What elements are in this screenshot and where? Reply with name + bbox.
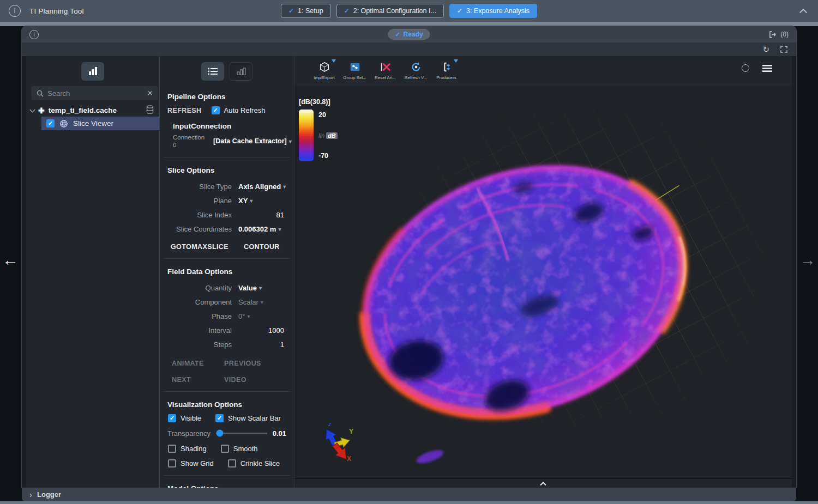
slider-thumb[interactable] [216, 430, 224, 437]
auto-refresh-label: Auto Refresh [224, 106, 266, 114]
slice-index-input[interactable]: 81 [238, 211, 286, 219]
show-scalar-bar-checkbox[interactable] [215, 414, 224, 422]
tab-properties-chart[interactable] [230, 62, 252, 81]
slice-type-select[interactable]: Axis Aligned [238, 183, 286, 191]
slice-viewer-visibility-checkbox[interactable] [46, 119, 55, 127]
tool-refresh-view[interactable]: Refresh V... [402, 60, 429, 80]
tool-import-export[interactable]: Imp/Export [311, 60, 338, 80]
export-icon [769, 31, 777, 38]
database-icon [146, 105, 154, 114]
animate-button[interactable]: ANIMATE [172, 360, 224, 367]
pipeline-tree: temp_ti_field.cache [26, 100, 159, 134]
dropdown-caret-icon [259, 285, 262, 291]
window-info-icon[interactable] [29, 30, 39, 39]
window-body: temp_ti_field.cache [22, 56, 796, 488]
viewer-window-subbar [22, 42, 796, 56]
refresh-circular-icon [410, 61, 422, 73]
show-grid-checkbox[interactable] [168, 459, 176, 467]
workflow-steps: 1: Setup 2: Optimal Configuration I... 3… [281, 4, 537, 18]
y-axis-label: Y [349, 428, 353, 435]
crinkle-slice-checkbox[interactable] [228, 459, 236, 467]
step-exposure-analysis[interactable]: 3: Exposure Analysis [449, 4, 537, 18]
logger-bar[interactable]: Logger [22, 488, 796, 501]
hamburger-menu-icon[interactable] [762, 65, 772, 72]
search-icon [37, 90, 44, 97]
next-page-arrow[interactable] [799, 252, 816, 268]
slice-render [294, 86, 792, 478]
clear-search-icon[interactable] [147, 89, 153, 97]
scalar-bar-max: 20 [318, 111, 338, 119]
shading-checkbox[interactable] [168, 445, 176, 453]
export-button[interactable]: (0) [769, 31, 789, 38]
video-button[interactable]: VIDEO [224, 376, 286, 384]
fullscreen-icon[interactable] [780, 46, 787, 53]
expand-bottom-panel-button[interactable] [294, 478, 792, 488]
expand-chevron-icon[interactable] [30, 107, 35, 112]
contour-button[interactable]: CONTOUR [244, 243, 280, 251]
tool-producers[interactable]: Producers [433, 60, 460, 80]
previous-button[interactable]: PREVIOUS [224, 360, 286, 367]
section-divider [164, 157, 290, 157]
render-viewport[interactable]: [dB(30.8)] 20 lin dB -70 [294, 86, 792, 478]
search-box[interactable] [32, 86, 158, 100]
scalar-bar-title: [dB(30.8)] [299, 98, 338, 106]
reset-x-icon [380, 61, 392, 73]
transparency-slider[interactable] [216, 433, 267, 434]
search-input[interactable] [47, 89, 143, 98]
show-grid-toggle[interactable]: Show Grid [168, 459, 214, 467]
tree-node-label: Slice Viewer [73, 119, 113, 127]
section-divider [164, 391, 290, 392]
app-info-icon[interactable] [9, 5, 21, 17]
producers-icon [441, 61, 453, 73]
scale-db-option[interactable]: dB [326, 132, 338, 139]
tree-node-slice-viewer[interactable]: Slice Viewer [41, 117, 159, 130]
tree-search-row [26, 86, 159, 100]
tree-node-cache[interactable]: temp_ti_field.cache [26, 104, 159, 117]
auto-refresh-checkbox[interactable] [212, 106, 220, 114]
steps-input[interactable]: 1 [238, 341, 286, 349]
chevron-right-icon [29, 490, 32, 499]
scale-lin-option[interactable]: lin [318, 132, 324, 139]
transparency-label: Transparency [167, 429, 210, 438]
tool-group-select[interactable]: Group Sel... [341, 60, 368, 80]
previous-page-arrow[interactable] [2, 252, 19, 268]
interval-input[interactable]: 1000 [238, 326, 286, 335]
section-slice-options: Slice Options [167, 166, 286, 174]
next-button[interactable]: NEXT [172, 376, 224, 384]
gotomaxslice-button[interactable]: GOTOMAXSLICE [171, 243, 228, 251]
slice-coordinates-select[interactable]: 0.006302 m [238, 225, 286, 233]
group-select-icon [349, 61, 361, 73]
dropdown-triangle-icon [332, 59, 336, 63]
cube-icon [318, 61, 330, 73]
show-scalar-bar-toggle[interactable]: Show Scalar Bar [215, 414, 281, 422]
visible-toggle[interactable]: Visible [168, 414, 201, 422]
step-optimal-configuration[interactable]: 2: Optimal Configuration I... [336, 4, 444, 18]
slice-index-label: Slice Index [167, 211, 232, 219]
chevron-up-icon [799, 9, 807, 16]
smooth-checkbox[interactable] [221, 445, 229, 453]
connection-select[interactable]: [Data Cache Extractor] [213, 137, 292, 145]
tab-pipeline-browser[interactable] [81, 62, 104, 81]
collapse-topbar-button[interactable] [797, 6, 809, 16]
visible-checkbox[interactable] [168, 414, 176, 422]
orientation-marker-toggle-icon[interactable] [742, 64, 749, 72]
options-scroll-area[interactable]: Pipeline Options REFRESH Auto Refresh In… [160, 86, 294, 488]
refresh-icon[interactable] [762, 45, 769, 53]
smooth-toggle[interactable]: Smooth [221, 445, 258, 453]
tool-reset-analysis[interactable]: Reset An... [372, 60, 399, 80]
scale-toggle[interactable]: lin dB [318, 132, 338, 139]
page-bottom-strip [0, 501, 818, 504]
auto-refresh-toggle[interactable]: Auto Refresh [212, 106, 266, 114]
crinkle-slice-toggle[interactable]: Crinkle Slice [228, 459, 280, 467]
colormap-gradient [299, 110, 314, 161]
refresh-button[interactable]: REFRESH [167, 107, 202, 114]
add-node-icon [38, 107, 45, 114]
dropdown-caret-icon [247, 313, 250, 319]
plane-select[interactable]: XY [238, 197, 286, 205]
tab-properties-list[interactable] [201, 62, 224, 81]
page-background-strip [0, 22, 818, 26]
step-setup[interactable]: 1: Setup [281, 4, 331, 18]
shading-toggle[interactable]: Shading [168, 445, 207, 453]
scalar-bar-min: -70 [318, 152, 338, 160]
quantity-select[interactable]: Value [238, 284, 286, 292]
